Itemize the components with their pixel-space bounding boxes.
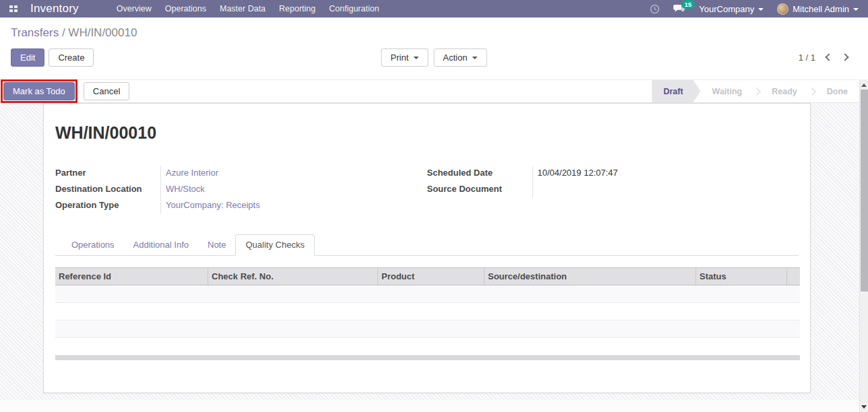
destination-location-value[interactable]: WH/Stock bbox=[160, 182, 427, 198]
column-reference-id[interactable]: Reference Id bbox=[55, 268, 208, 285]
nav-item-reporting[interactable]: Reporting bbox=[279, 3, 315, 15]
bottom-strip bbox=[0, 400, 868, 412]
table-row bbox=[55, 285, 800, 303]
action-dropdown-button[interactable]: Action bbox=[433, 48, 487, 67]
table-row bbox=[55, 303, 800, 320]
company-menu-label: YourCompany bbox=[699, 4, 754, 14]
tab-note[interactable]: Note bbox=[198, 235, 235, 255]
table-horizontal-scrollbar[interactable] bbox=[55, 355, 800, 360]
column-extra bbox=[787, 268, 800, 285]
pager-next-icon[interactable] bbox=[841, 53, 848, 61]
table-row bbox=[55, 320, 800, 338]
app-title: Inventory bbox=[30, 2, 79, 15]
field-groups: Partner Azure Interior Destination Locat… bbox=[55, 166, 799, 214]
operation-type-value[interactable]: YourCompany: Receipts bbox=[160, 198, 427, 214]
scroll-up-arrow-icon[interactable] bbox=[861, 83, 867, 87]
pager-previous-icon[interactable] bbox=[825, 53, 832, 61]
breadcrumb: Transfers / WH/IN/00010 bbox=[11, 26, 857, 40]
vertical-scrollbar[interactable] bbox=[859, 79, 868, 412]
scroll-down-arrow-icon[interactable] bbox=[861, 405, 867, 409]
form-sheet: WH/IN/00010 Partner Azure Interior Desti… bbox=[43, 103, 811, 393]
nav-menu: Overview Operations Master Data Reportin… bbox=[117, 3, 379, 15]
scrollbar-thumb[interactable] bbox=[861, 90, 868, 291]
column-source-destination[interactable]: Source/destination bbox=[485, 268, 696, 285]
source-document-value bbox=[532, 182, 799, 198]
action-label: Action bbox=[443, 53, 467, 63]
nav-item-configuration[interactable]: Configuration bbox=[329, 3, 379, 15]
notebook-tabs: Operations Additional Info Note Quality … bbox=[55, 234, 799, 256]
messages-icon[interactable]: 15 bbox=[673, 4, 685, 13]
breadcrumb-separator: / bbox=[59, 26, 68, 39]
table-row bbox=[55, 338, 800, 355]
print-label: Print bbox=[391, 53, 409, 63]
tab-quality-checks[interactable]: Quality Checks bbox=[235, 234, 314, 256]
user-menu[interactable]: Mitchell Admin bbox=[777, 3, 859, 15]
destination-location-label: Destination Location bbox=[55, 182, 160, 198]
column-status[interactable]: Status bbox=[696, 268, 787, 285]
nav-item-operations[interactable]: Operations bbox=[165, 3, 206, 15]
user-menu-label: Mitchell Admin bbox=[793, 4, 849, 14]
control-panel: Transfers / WH/IN/00010 Edit Create Prin… bbox=[0, 18, 868, 79]
status-step-done[interactable]: Done bbox=[815, 80, 859, 102]
step-separator-icon bbox=[753, 88, 761, 95]
messages-count-badge: 15 bbox=[681, 0, 695, 9]
tab-additional-info[interactable]: Additional Info bbox=[124, 235, 198, 255]
status-button-row: Mark as Todo Cancel Draft Waiting Ready … bbox=[0, 79, 868, 103]
status-step-waiting[interactable]: Waiting bbox=[701, 80, 754, 102]
chevron-down-icon bbox=[472, 57, 477, 59]
statusbar: Draft Waiting Ready Done bbox=[652, 80, 859, 102]
user-avatar bbox=[777, 3, 788, 15]
create-button[interactable]: Create bbox=[49, 48, 94, 67]
table-header-row: Reference Id Check Ref. No. Product Sour… bbox=[55, 267, 800, 285]
company-menu[interactable]: YourCompany bbox=[699, 4, 764, 14]
form-view-background: WH/IN/00010 Partner Azure Interior Desti… bbox=[0, 103, 868, 400]
partner-value[interactable]: Azure Interior bbox=[160, 166, 427, 182]
mark-as-todo-button[interactable]: Mark as Todo bbox=[3, 82, 75, 100]
status-step-draft[interactable]: Draft bbox=[652, 80, 700, 102]
apps-grid-icon[interactable] bbox=[9, 5, 18, 12]
status-step-ready[interactable]: Ready bbox=[760, 80, 809, 102]
chevron-down-icon bbox=[758, 8, 764, 11]
nav-item-overview[interactable]: Overview bbox=[117, 3, 152, 15]
chevron-down-icon bbox=[853, 8, 859, 11]
record-title: WH/IN/00010 bbox=[55, 123, 799, 143]
scheduled-date-value: 10/04/2019 12:07:47 bbox=[532, 166, 799, 182]
top-navbar: Inventory Overview Operations Master Dat… bbox=[0, 0, 868, 18]
annotation-highlight-box: Mark as Todo bbox=[1, 79, 78, 103]
tab-operations[interactable]: Operations bbox=[62, 235, 124, 255]
column-product[interactable]: Product bbox=[378, 268, 485, 285]
field-group-right: Scheduled Date 10/04/2019 12:07:47 Sourc… bbox=[427, 166, 799, 214]
field-group-left: Partner Azure Interior Destination Locat… bbox=[55, 166, 427, 214]
breadcrumb-transfers-link[interactable]: Transfers bbox=[11, 26, 59, 39]
column-check-ref-no[interactable]: Check Ref. No. bbox=[208, 268, 378, 285]
operation-type-label: Operation Type bbox=[55, 198, 160, 214]
pager-counter: 1 / 1 bbox=[799, 53, 815, 63]
quality-checks-table: Reference Id Check Ref. No. Product Sour… bbox=[55, 267, 800, 360]
scheduled-date-label: Scheduled Date bbox=[427, 166, 532, 182]
step-separator-icon bbox=[808, 88, 815, 95]
source-document-label: Source Document bbox=[427, 182, 532, 198]
nav-item-master-data[interactable]: Master Data bbox=[220, 3, 266, 15]
chevron-down-icon bbox=[413, 57, 418, 59]
partner-label: Partner bbox=[55, 166, 160, 182]
pager: 1 / 1 bbox=[799, 53, 848, 63]
edit-button[interactable]: Edit bbox=[11, 48, 44, 67]
activities-clock-icon[interactable] bbox=[650, 4, 660, 14]
print-dropdown-button[interactable]: Print bbox=[381, 48, 429, 67]
breadcrumb-current: WH/IN/00010 bbox=[68, 26, 137, 39]
cancel-button[interactable]: Cancel bbox=[84, 82, 129, 100]
